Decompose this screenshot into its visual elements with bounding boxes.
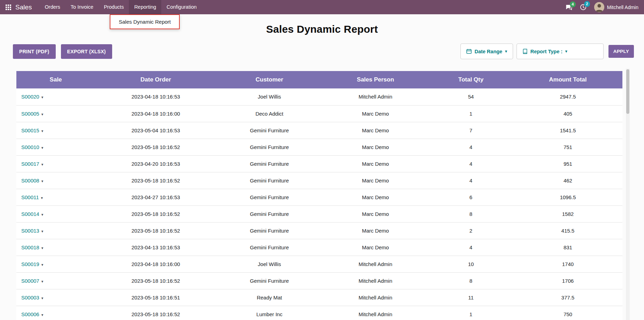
sale-order-link[interactable]: S00019 <box>21 261 39 267</box>
sale-cell: S00003▾ <box>16 289 95 306</box>
apps-grid-icon[interactable] <box>6 5 11 10</box>
menu-item-sales-dynamic-report[interactable]: Sales Dynamic Report <box>110 15 179 29</box>
apply-button[interactable]: APPLY <box>608 45 634 58</box>
sale-dropdown-caret-icon[interactable]: ▾ <box>41 279 44 283</box>
date-order-cell: 2023-05-18 10:16:52 <box>95 272 216 289</box>
chevron-down-icon: ▾ <box>505 49 507 53</box>
vertical-scrollbar-track[interactable] <box>626 69 630 320</box>
nav-item-products[interactable]: Products <box>99 0 129 14</box>
user-menu[interactable]: Mitchell Admin <box>594 2 638 12</box>
customer-cell: Gemini Furniture <box>216 205 323 222</box>
total-qty-cell: 2 <box>428 222 513 239</box>
amount-total-cell: 1740 <box>513 256 622 272</box>
report-table-body: S00020▾2023-04-18 10:16:53Joel WillisMit… <box>16 88 622 320</box>
sale-order-link[interactable]: S00020 <box>21 94 39 100</box>
amount-total-cell: 951 <box>513 155 622 172</box>
sale-dropdown-caret-icon[interactable]: ▾ <box>41 263 44 267</box>
book-icon <box>522 49 528 54</box>
sale-dropdown-caret-icon[interactable]: ▾ <box>41 179 44 183</box>
total-qty-cell: 4 <box>428 172 513 189</box>
amount-total-cell: 1706 <box>513 272 622 289</box>
amount-total-cell: 462 <box>513 172 622 189</box>
sale-order-link[interactable]: S00015 <box>21 127 39 133</box>
nav-item-orders[interactable]: Orders <box>40 0 65 14</box>
date-order-cell: 2023-05-18 10:16:52 <box>95 306 216 320</box>
sale-order-link[interactable]: S00013 <box>21 228 39 234</box>
table-row: S00013▾2023-05-18 10:16:52Gemini Furnitu… <box>16 222 622 239</box>
table-row: S00015▾2023-05-04 10:16:53Gemini Furnitu… <box>16 122 622 139</box>
sale-order-link[interactable]: S00008 <box>21 178 39 184</box>
total-qty-cell: 1 <box>428 105 513 122</box>
sale-dropdown-caret-icon[interactable]: ▾ <box>41 129 44 133</box>
column-header-amount-total: Amount Total <box>513 71 622 88</box>
report-type-box: Report Type : ▾ <box>517 44 604 59</box>
print-pdf-button[interactable]: PRINT (PDF) <box>13 44 56 59</box>
total-qty-cell: 10 <box>428 256 513 272</box>
sale-order-link[interactable]: S00014 <box>21 211 39 217</box>
sale-dropdown-caret-icon[interactable]: ▾ <box>41 196 43 200</box>
total-qty-cell: 4 <box>428 239 513 256</box>
total-qty-cell: 7 <box>428 122 513 139</box>
customer-cell: Gemini Furniture <box>216 272 323 289</box>
sale-order-link[interactable]: S00017 <box>21 161 39 167</box>
sales-person-cell: Mitchell Admin <box>323 306 429 320</box>
calendar-icon <box>466 49 472 54</box>
sale-order-link[interactable]: S00003 <box>21 295 39 301</box>
table-row: S00014▾2023-05-18 10:16:52Gemini Furnitu… <box>16 205 622 222</box>
sale-dropdown-caret-icon[interactable]: ▾ <box>41 95 44 99</box>
date-order-cell: 2023-04-18 10:16:00 <box>95 256 216 272</box>
nav-item-to-invoice[interactable]: To Invoice <box>65 0 99 14</box>
sale-order-link[interactable]: S00006 <box>21 311 39 317</box>
sale-order-link[interactable]: S00005 <box>21 111 39 117</box>
sale-order-link[interactable]: S00011 <box>21 194 39 200</box>
amount-total-cell: 377.5 <box>513 289 622 306</box>
report-type-button[interactable]: Report Type : ▾ <box>517 44 573 59</box>
reporting-dropdown-menu: Sales Dynamic Report <box>110 14 180 29</box>
sale-cell: S00020▾ <box>16 88 95 105</box>
sale-dropdown-caret-icon[interactable]: ▾ <box>41 212 44 217</box>
customer-cell: Ready Mat <box>216 289 323 306</box>
date-order-cell: 2023-04-18 10:16:53 <box>95 88 216 105</box>
sales-person-cell: Mitchell Admin <box>323 88 429 105</box>
sale-order-link[interactable]: S00010 <box>21 144 39 150</box>
sale-order-link[interactable]: S00018 <box>21 244 39 250</box>
table-header: Sale Date Order Customer Sales Person To… <box>16 71 622 88</box>
amount-total-cell: 415.5 <box>513 222 622 239</box>
date-order-cell: 2023-05-18 10:16:52 <box>95 205 216 222</box>
report-table: Sale Date Order Customer Sales Person To… <box>16 71 622 320</box>
amount-total-cell: 1096.5 <box>513 189 622 205</box>
main-content: Sales Dynamic Report PRINT (PDF) EXPORT … <box>0 23 644 320</box>
export-xlsx-button[interactable]: EXPORT (XLSX) <box>61 44 112 59</box>
vertical-scrollbar-thumb[interactable] <box>626 69 629 114</box>
date-order-cell: 2023-05-18 10:16:52 <box>95 222 216 239</box>
table-row: S00008▾2023-05-18 10:16:52Gemini Furnitu… <box>16 172 622 189</box>
customer-cell: Gemini Furniture <box>216 155 323 172</box>
total-qty-cell: 4 <box>428 155 513 172</box>
activities-icon[interactable]: 2 <box>580 4 587 10</box>
nav-item-configuration[interactable]: Configuration <box>161 0 202 14</box>
customer-cell: Gemini Furniture <box>216 139 323 155</box>
sale-dropdown-caret-icon[interactable]: ▾ <box>41 296 44 300</box>
app-brand-sales[interactable]: Sales <box>15 3 32 11</box>
nav-item-reporting[interactable]: Reporting <box>129 0 161 14</box>
sale-dropdown-caret-icon[interactable]: ▾ <box>41 146 44 150</box>
sales-person-cell: Marc Demo <box>323 105 429 122</box>
sale-dropdown-caret-icon[interactable]: ▾ <box>41 112 44 116</box>
amount-total-cell: 831 <box>513 239 622 256</box>
sales-person-cell: Mitchell Admin <box>323 272 429 289</box>
column-header-sales-person: Sales Person <box>323 71 429 88</box>
amount-total-cell: 751 <box>513 139 622 155</box>
total-qty-cell: 4 <box>428 139 513 155</box>
sale-dropdown-caret-icon[interactable]: ▾ <box>41 162 44 166</box>
sale-order-link[interactable]: S00007 <box>21 278 39 284</box>
date-range-button[interactable]: Date Range ▾ <box>461 44 512 59</box>
sale-dropdown-caret-icon[interactable]: ▾ <box>41 229 44 233</box>
sale-cell: S00005▾ <box>16 105 95 122</box>
sale-dropdown-caret-icon[interactable]: ▾ <box>41 246 44 250</box>
report-toolbar: PRINT (PDF) EXPORT (XLSX) Date Range ▾ <box>13 44 634 59</box>
sale-cell: S00010▾ <box>16 139 95 155</box>
amount-total-cell: 750 <box>513 306 622 320</box>
sale-dropdown-caret-icon[interactable]: ▾ <box>41 313 44 317</box>
total-qty-cell: 8 <box>428 272 513 289</box>
messages-icon[interactable]: 4 <box>566 4 572 10</box>
